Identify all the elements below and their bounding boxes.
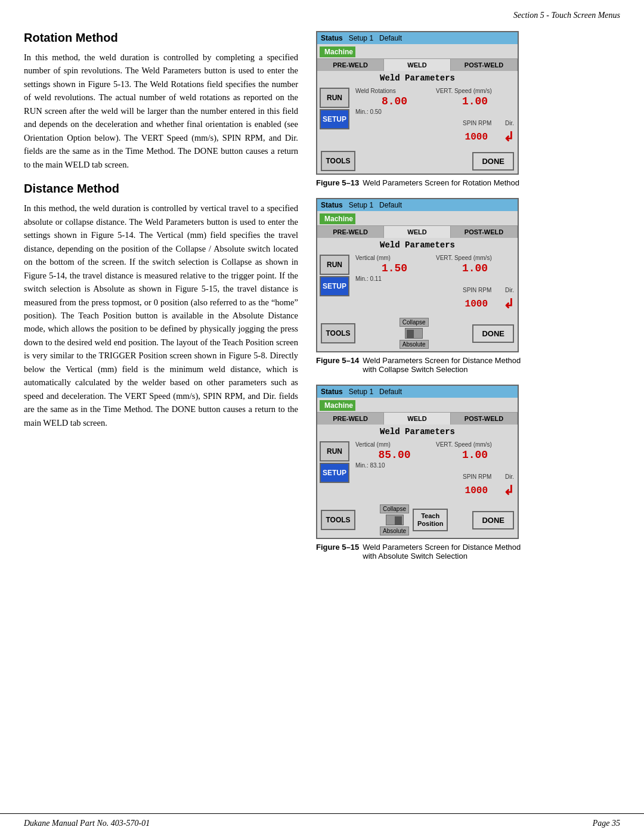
done-btn-15[interactable]: DONE [472,511,514,529]
screen-panel-15: Status Setup 1 Default Machine PRE-WELD … [316,385,519,539]
tools-btn-15[interactable]: TOOLS [321,510,355,530]
collapse-switch-14[interactable]: Collapse Absolute [400,318,429,349]
field2-value-15: 1.00 [436,449,514,461]
machine-tab-14[interactable]: Machine [320,213,355,224]
screen-panel-13: Status Setup 1 Default Machine PRE-WELD … [316,31,519,175]
absolute-label-15: Absolute [380,527,409,535]
tab-row-14: PRE-WELD WELD POST-WELD [317,225,518,238]
figure-13: Status Setup 1 Default Machine PRE-WELD … [316,31,531,187]
tab-preweld-14[interactable]: PRE-WELD [317,226,384,238]
param-speed-15: VERT. Speed (mm/s) 1.00 [436,441,514,469]
field1-label-14: Vertical (mm) [355,255,434,261]
default-label-13: Default [379,34,402,42]
dir-arrow-14: ↲ [503,296,514,312]
setup-label-15: Setup 1 [349,388,373,396]
spin-val-row-13: 1000 ↲ [352,128,518,146]
tab-preweld-13[interactable]: PRE-WELD [317,59,384,71]
tab-weld-13[interactable]: WELD [384,59,451,71]
spin-rpm-label-13: SPIN RPM [463,120,491,126]
figure-14-caption-text: Weld Parameters Screen for Distance Meth… [363,356,531,374]
screen-top-bar-13: Status Setup 1 Default [317,32,518,44]
distance-method-title: Distance Method [24,182,298,196]
dir-label-13: Dir. [505,120,514,126]
rotation-method-body: In this method, the weld duration is con… [24,51,298,171]
field2-value-13: 1.00 [436,95,514,107]
rotation-method-title: Rotation Method [24,31,298,45]
done-btn-13[interactable]: DONE [472,152,514,171]
spin-rpm-label-15: SPIN RPM [463,473,491,480]
tab-postweld-14[interactable]: POST-WELD [451,226,518,238]
machine-tab-15[interactable]: Machine [320,400,355,411]
main-area-15: Vertical (mm) 85.00 Min.: 83.10 VERT. Sp… [352,439,518,500]
spin-row-13: SPIN RPM Dir. [352,117,518,128]
status-label-14: Status [321,201,343,209]
tab-postweld-15[interactable]: POST-WELD [451,413,518,425]
done-btn-14[interactable]: DONE [472,324,514,343]
figure-15-caption: Figure 5–15 Weld Parameters Screen for D… [316,543,531,561]
main-area-13: Weld Rotations 8.00 Min.: 0.50 VERT. Spe… [352,85,518,146]
default-label-14: Default [379,201,402,209]
screen-content-13: RUN SETUP Weld Rotations 8.00 Min.: 0.50 [317,85,518,146]
dir-arrow-13: ↲ [503,129,514,145]
tab-preweld-15[interactable]: PRE-WELD [317,413,384,425]
bottom-bar-15: TOOLS Collapse Absolute TeachPosition DO… [317,502,518,538]
screen-top-bar-15: Status Setup 1 Default [317,386,518,398]
run-btn-14[interactable]: RUN [320,255,349,275]
run-btn-13[interactable]: RUN [320,88,349,108]
tab-weld-15[interactable]: WELD [384,413,451,425]
spin-val-row-14: 1000 ↲ [352,295,518,313]
tab-row-13: PRE-WELD WELD POST-WELD [317,58,518,71]
switch-track-15[interactable] [386,515,404,525]
field2-value-14: 1.00 [436,262,514,274]
setup-btn-14[interactable]: SETUP [320,276,349,296]
min-14: Min.: 0.11 [355,275,434,282]
bottom-bar-14: TOOLS Collapse Absolute DONE [317,315,518,351]
left-buttons-15: RUN SETUP [317,439,352,500]
figure-13-label: Figure 5–13 [316,178,359,187]
weld-params-header-15: Weld Parameters [317,425,518,439]
tab-weld-14[interactable]: WELD [384,226,451,238]
page-header: Section 5 - Touch Screen Menus [0,0,644,25]
switch-track-14[interactable] [405,328,423,339]
tools-btn-13[interactable]: TOOLS [321,151,355,171]
min-13: Min.: 0.50 [355,109,434,115]
footer-left: Dukane Manual Part No. 403-570-01 [24,819,150,828]
machine-tab-13[interactable]: Machine [320,47,355,57]
dir-label-14: Dir. [505,287,514,293]
spin-val-row-15: 1000 ↲ [352,482,518,500]
header-text: Section 5 - Touch Screen Menus [513,11,620,20]
weld-params-header-13: Weld Parameters [317,71,518,85]
min-15: Min.: 83.10 [355,462,434,469]
switch-knob-14 [407,330,414,338]
params-grid-14: Vertical (mm) 1.50 Min.: 0.11 VERT. Spee… [352,252,518,284]
status-label-13: Status [321,34,343,42]
setup-btn-13[interactable]: SETUP [320,109,349,129]
weld-params-header-14: Weld Parameters [317,238,518,252]
run-btn-15[interactable]: RUN [320,441,349,462]
screen-content-15: RUN SETUP Vertical (mm) 85.00 Min.: 83.1… [317,439,518,500]
setup-btn-15[interactable]: SETUP [320,463,349,483]
absolute-label-14: Absolute [400,340,429,349]
dir-label-15: Dir. [505,473,514,480]
teach-position-button[interactable]: TeachPosition [413,509,448,531]
field2-label-13: VERT. Speed (mm/s) [436,88,514,94]
screen-content-14: RUN SETUP Vertical (mm) 1.50 Min.: 0.11 [317,252,518,313]
tab-row-15: PRE-WELD WELD POST-WELD [317,412,518,425]
param-vert-col-14: Vertical (mm) 1.50 Min.: 0.11 [355,255,434,282]
figure-14-label: Figure 5–14 [316,356,359,374]
tab-postweld-13[interactable]: POST-WELD [451,59,518,71]
status-label-15: Status [321,388,343,396]
dir-arrow-15: ↲ [503,483,514,498]
param-rotations-13: Weld Rotations 8.00 Min.: 0.50 [355,88,434,115]
figure-15-caption-text: Weld Parameters Screen for Distance Meth… [363,543,531,561]
spin-value-14: 1000 [465,299,488,309]
param-speed-14: VERT. Speed (mm/s) 1.00 [436,255,514,282]
figure-13-caption-text: Weld Parameters Screen for Rotation Meth… [363,178,519,187]
field2-label-14: VERT. Speed (mm/s) [436,255,514,261]
collapse-switch-15[interactable]: Collapse Absolute [380,504,409,535]
field1-label-13: Weld Rotations [355,88,434,94]
spin-row-15: SPIN RPM Dir. [352,471,518,482]
figure-14-caption: Figure 5–14 Weld Parameters Screen for D… [316,356,531,374]
tools-btn-14[interactable]: TOOLS [321,323,355,343]
field1-value-14: 1.50 [355,262,434,274]
